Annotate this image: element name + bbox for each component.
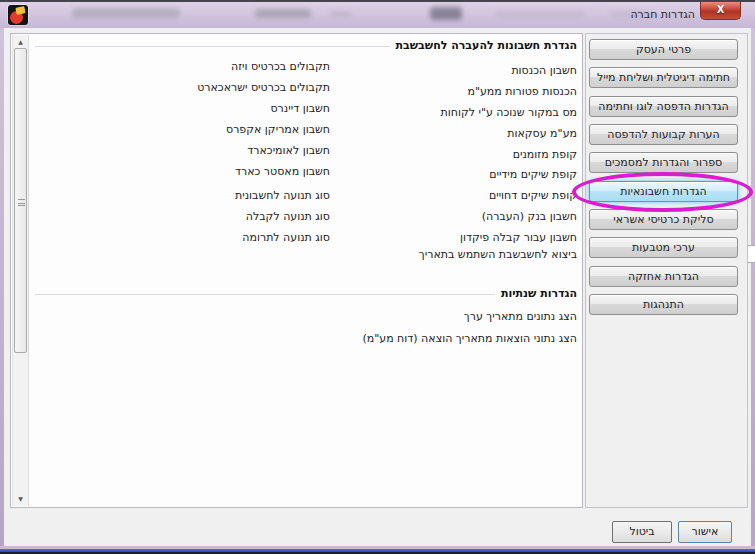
ok-button[interactable]: אישור xyxy=(678,521,732,543)
app-icon xyxy=(8,5,28,25)
sidebar-item-digital-signature[interactable]: חתימה דיגיטלית ושליחת מייל xyxy=(589,67,738,88)
window-right-border xyxy=(751,28,755,546)
company-settings-dialog: הגדרות חברה X ▲ ▼ הגדרת חשבונות להעברה ל… xyxy=(0,0,755,554)
field-label: הצג נתוני הוצאות מתאריך הוצאה (דוח מע"מ) xyxy=(362,332,577,345)
field-label: חשבון דיינרס xyxy=(270,102,330,115)
field-label: קופת מזומנים xyxy=(513,148,577,161)
field-label: תקבולים בכרטיס ישראכארט xyxy=(197,81,330,94)
app-icon-accent xyxy=(15,6,25,15)
cancel-button[interactable]: ביטול xyxy=(612,521,672,543)
sidebar-item-business-details[interactable]: פרטי העסק xyxy=(589,39,738,60)
scroll-down-icon[interactable]: ▼ xyxy=(13,493,28,505)
settings-form-panel: ▲ ▼ הגדרת חשבונות להעברה לחשבשבת חשבון ה… xyxy=(10,33,583,508)
vertical-scrollbar[interactable]: ▲ ▼ xyxy=(12,35,29,506)
scrollbar-grip xyxy=(18,199,25,206)
scrollbar-thumb[interactable] xyxy=(14,48,27,353)
window-title: הגדרות חברה xyxy=(630,8,695,21)
field-label: קופת שיקים מידיים xyxy=(489,168,577,181)
section-divider xyxy=(35,46,390,47)
settings-nav-sidebar: פרטי העסק חתימה דיגיטלית ושליחת מייל הגד… xyxy=(585,33,748,508)
title-bar[interactable]: הגדרות חברה X xyxy=(0,2,755,28)
sidebar-item-accounting-settings[interactable]: הגדרות חשבונאיות xyxy=(589,181,738,202)
field-label: חשבון עבור קבלה פיקדון xyxy=(460,231,577,244)
field-label: הצג נתונים מתאריך ערך xyxy=(464,310,577,323)
field-label: מס במקור שנוכה ע"י לקוחות xyxy=(440,106,577,119)
window-left-border xyxy=(0,28,4,546)
field-label: מע"מ עסקאות xyxy=(507,127,577,140)
field-label: חשבון הכנסות xyxy=(511,64,577,77)
background-bleed xyxy=(430,7,462,20)
section-divider xyxy=(35,294,495,295)
sidebar-item-currency-values[interactable]: ערכי מטבעות xyxy=(589,237,738,258)
sidebar-item-print-logo[interactable]: הגדרות הדפסה לוגו וחתימה xyxy=(589,96,738,117)
field-label: חשבון בנק (העברה) xyxy=(482,210,577,223)
field-label: סוג תנועה לחשבונית xyxy=(235,189,330,202)
background-bleed xyxy=(72,8,180,18)
section-title: הגדרות שנתיות xyxy=(495,287,577,300)
field-label: קופת שיקים דחויים xyxy=(489,189,577,202)
section-header-annual: הגדרות שנתיות xyxy=(35,286,577,301)
scroll-up-icon[interactable]: ▲ xyxy=(13,36,28,48)
sidebar-item-document-numbering[interactable]: ספרור והגדרות למסמכים xyxy=(589,152,738,173)
sidebar-item-behavior[interactable]: התנהגות xyxy=(589,294,738,315)
background-bleed xyxy=(330,11,352,17)
sidebar-item-maintenance[interactable]: הגדרות אחזקה xyxy=(589,266,738,287)
section-header-transfer: הגדרת חשבונות להעברה לחשבשבת xyxy=(35,38,577,53)
sidebar-item-credit-clearing[interactable]: סליקת כרטיסי אשראי xyxy=(589,209,738,230)
field-label: תקבולים בכרטיס ויזה xyxy=(231,60,330,73)
field-label: הכנסות פטורות ממע"מ xyxy=(467,85,577,98)
field-label: סוג תנועה לתרומה xyxy=(242,231,330,244)
field-label: סוג תנועה לקבלה xyxy=(246,210,330,223)
sidebar-item-fixed-notes[interactable]: הערות קבועות להדפסה xyxy=(589,124,738,145)
field-label: חשבון מאסטר כארד xyxy=(235,165,330,178)
close-button[interactable]: X xyxy=(700,2,741,20)
field-label: ביצוא לחשבשבת השתמש בתאריך xyxy=(419,248,577,261)
field-label: חשבון לאומיכארד xyxy=(247,144,330,157)
field-label: חשבון אמריקן אקפרס xyxy=(226,123,330,136)
background-bleed xyxy=(255,9,311,18)
background-bleed xyxy=(495,11,585,17)
section-title: הגדרת חשבונות להעברה לחשבשבת xyxy=(390,39,577,52)
